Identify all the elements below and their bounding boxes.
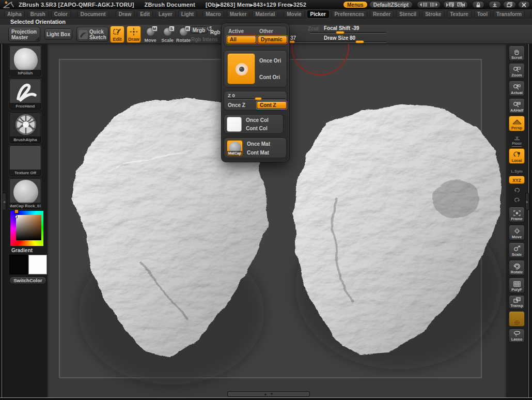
color-picker[interactable] xyxy=(10,211,43,246)
move-mode-button[interactable]: M Move xyxy=(143,26,158,43)
once-col-button[interactable]: Once Col xyxy=(246,117,269,123)
dynamic-button[interactable]: Dynamic xyxy=(258,36,287,43)
menu-item-tool[interactable]: Tool xyxy=(474,10,491,18)
polyf-button[interactable]: PolyF xyxy=(509,278,525,293)
xyz-button[interactable]: XYZ xyxy=(509,176,525,184)
aahalf-button[interactable]: AAHalf xyxy=(509,98,525,114)
once-z-button[interactable]: Once Z xyxy=(228,102,245,108)
menu-item-macro[interactable]: Macro xyxy=(202,10,224,18)
right-tray-divider[interactable] xyxy=(528,44,529,398)
cont-mat-button[interactable]: Cont Mat xyxy=(247,150,269,156)
stroke-thumbnail[interactable]: FreeHand xyxy=(9,79,41,110)
main-color-swatch[interactable] xyxy=(9,255,28,274)
rotate-z-constraint-button[interactable] xyxy=(509,186,525,193)
once-ori-button[interactable]: Once Ori xyxy=(259,58,281,64)
left-tray-divider[interactable] xyxy=(2,44,2,398)
draw-size-slider[interactable] xyxy=(310,41,386,43)
menus-button[interactable]: Menus xyxy=(343,1,368,8)
cont-z-button[interactable]: Cont Z xyxy=(257,101,287,109)
default-zscript-button[interactable]: DefaultZScript xyxy=(369,1,413,8)
selected-orientation-text: Selected Orientation xyxy=(10,19,66,25)
transp-button[interactable]: Transp xyxy=(509,295,525,309)
texture-thumbnail[interactable]: Texture Off xyxy=(9,145,41,176)
close-button[interactable] xyxy=(518,1,530,8)
lsym-button[interactable]: L.Sym xyxy=(509,166,525,175)
right-tray-grip[interactable]: ► xyxy=(525,193,529,210)
rotate-y-constraint-button[interactable] xyxy=(509,195,525,203)
menu-item-light[interactable]: Light xyxy=(178,10,197,18)
all-button[interactable]: All xyxy=(227,36,256,43)
menu-item-render[interactable]: Render xyxy=(370,10,394,18)
edit-mode-button[interactable]: Edit xyxy=(110,26,124,43)
mrgb-button[interactable]: Mrgb xyxy=(190,26,208,34)
scale-mode-button[interactable]: S Scale xyxy=(160,26,175,43)
menu-item-preferences[interactable]: Preferences xyxy=(332,10,367,18)
window-cycle-buttons[interactable] xyxy=(443,1,468,8)
focal-shift-slider-handle[interactable] xyxy=(336,31,345,34)
material-thumbnail[interactable]: MatCap Rock_01 xyxy=(9,178,41,209)
orientation-preview[interactable] xyxy=(227,53,255,84)
tray-collapse-buttons[interactable] xyxy=(417,1,441,8)
menu-item-color[interactable]: Color xyxy=(51,10,71,18)
xpose-button[interactable] xyxy=(509,311,525,327)
left-tray-grip[interactable]: ◄ xyxy=(2,193,6,210)
menu-item-marker[interactable]: Marker xyxy=(227,10,250,18)
menu-item-brush[interactable]: Brush xyxy=(27,10,49,18)
menu-item-material[interactable]: Material xyxy=(252,10,278,18)
draw-mode-button[interactable]: Draw xyxy=(127,26,141,43)
once-mat-button[interactable]: Once Mat xyxy=(247,141,270,147)
scale-icon xyxy=(513,245,521,252)
floor-button[interactable]: Floor xyxy=(509,135,525,147)
menu-item-stencil[interactable]: Stencil xyxy=(396,10,419,18)
bottom-tray-grip[interactable]: ▲ ▼ xyxy=(227,391,310,397)
menu-item-draw[interactable]: Draw xyxy=(116,10,134,18)
brush-thumbnail[interactable]: hPolish xyxy=(9,45,41,76)
picker-z-slider[interactable] xyxy=(228,98,286,100)
quick-sketch-button[interactable]: Quick Sketch xyxy=(76,27,108,42)
cont-ori-button[interactable]: Cont Ori xyxy=(259,74,280,80)
zoom-button[interactable]: Zoom xyxy=(509,63,525,79)
sv-square[interactable] xyxy=(16,215,41,240)
move-button[interactable]: Move xyxy=(509,225,525,240)
matcap-preview[interactable]: MatCap xyxy=(227,140,243,156)
color-preview-swatch[interactable] xyxy=(227,117,242,132)
brushalpha-icon xyxy=(10,113,41,137)
menu-item-edit[interactable]: Edit xyxy=(137,10,153,18)
menu-item-movie[interactable]: Movie xyxy=(284,10,304,18)
menu-item-transform[interactable]: Transform xyxy=(493,10,525,18)
cont-col-button[interactable]: Cont Col xyxy=(246,126,268,131)
transparency-icon xyxy=(513,297,521,303)
hpolish-brush-icon xyxy=(14,48,38,72)
picker-mode-group: Active Other All Dynamic xyxy=(224,26,287,47)
local-label: Local xyxy=(512,158,522,163)
picker-z-slider-handle[interactable] xyxy=(255,97,262,100)
rotate-button[interactable]: Rotate xyxy=(509,260,525,275)
actual-button[interactable]: Actual xyxy=(509,81,525,96)
minimize-button[interactable] xyxy=(489,1,501,8)
picker-refresh-icon[interactable]: ↺ xyxy=(207,25,212,33)
menu-item-stroke[interactable]: Stroke xyxy=(422,10,444,18)
rotate-mode-button[interactable]: R Rotate xyxy=(176,26,191,43)
focal-shift-slider[interactable] xyxy=(310,32,386,34)
menu-item-picker[interactable]: Picker xyxy=(307,10,329,18)
menu-item-document[interactable]: Document xyxy=(77,10,109,18)
menu-item-alpha[interactable]: Alpha xyxy=(4,10,25,18)
scale-button[interactable]: Scale xyxy=(509,242,525,258)
menu-item-texture[interactable]: Texture xyxy=(447,10,471,18)
lasso-button[interactable]: Lasso xyxy=(509,329,525,343)
persp-button[interactable]: Persp xyxy=(509,116,525,131)
alpha-thumbnail[interactable]: BrushAlpha xyxy=(9,112,41,143)
projection-master-button[interactable]: Projection Master xyxy=(8,27,40,42)
menu-item-layer[interactable]: Layer xyxy=(155,10,176,18)
secondary-color-swatch[interactable] xyxy=(28,255,47,274)
switch-color-button[interactable]: SwitchColor xyxy=(9,276,46,284)
draw-size-slider-handle[interactable] xyxy=(355,40,364,43)
lock-button[interactable] xyxy=(472,1,484,8)
aahalf-label: AAHalf xyxy=(510,108,523,113)
light-box-button[interactable]: Light Box xyxy=(44,28,72,40)
scroll-button[interactable]: Scroll xyxy=(509,45,525,61)
frame-button[interactable]: Frame xyxy=(509,207,525,222)
local-button[interactable]: Local xyxy=(509,148,525,164)
restore-button[interactable] xyxy=(503,1,516,8)
minimize-icon xyxy=(492,2,497,7)
